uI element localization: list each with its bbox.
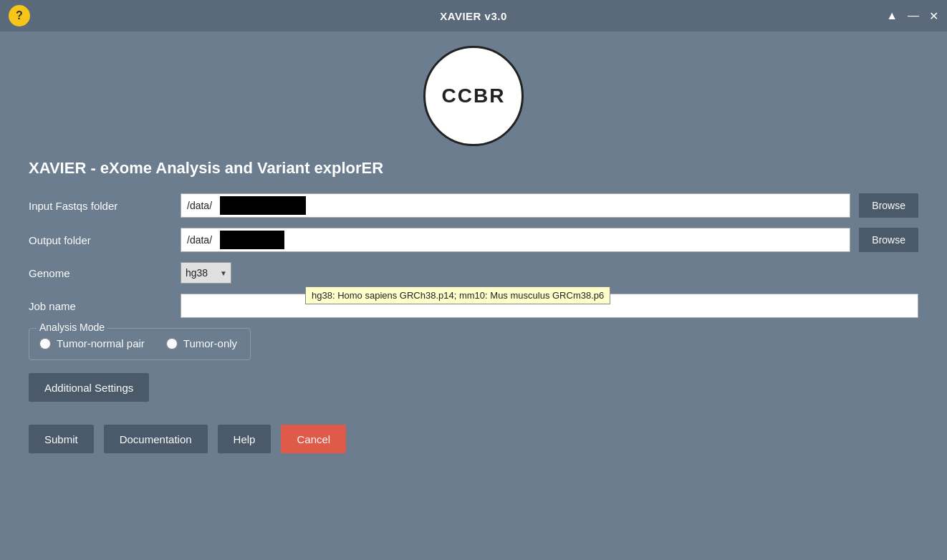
cancel-button[interactable]: Cancel — [281, 425, 346, 453]
close-icon[interactable]: ✕ — [929, 9, 938, 23]
window-title: XAVIER v3.0 — [440, 10, 507, 22]
additional-settings-button[interactable]: Additional Settings — [29, 373, 149, 402]
ccbr-logo: CCBR — [423, 46, 524, 146]
output-folder-field-wrapper — [181, 228, 850, 252]
job-name-input[interactable] — [181, 294, 918, 318]
genome-select[interactable]: hg38 mm10 — [181, 262, 231, 284]
minimize-icon[interactable]: — — [908, 9, 919, 22]
ccbr-logo-text: CCBR — [442, 85, 506, 107]
help-button[interactable]: Help — [218, 425, 271, 453]
form-container: Input Fastqs folder Browse Output folder… — [29, 193, 918, 453]
output-folder-browse-button[interactable]: Browse — [859, 228, 918, 252]
submit-button[interactable]: Submit — [29, 425, 94, 453]
radio-tumor-only-input[interactable] — [166, 338, 178, 349]
output-folder-row: Output folder Browse — [29, 228, 918, 252]
analysis-mode-group: Analysis Mode Tumor-normal pair Tumor-on… — [29, 328, 251, 360]
maximize-icon[interactable]: ▲ — [886, 9, 898, 22]
radio-tumor-normal-input[interactable] — [39, 338, 51, 349]
documentation-button[interactable]: Documentation — [104, 425, 208, 453]
action-buttons-row: Submit Documentation Help Cancel — [29, 425, 918, 453]
input-fastqs-input[interactable] — [181, 193, 850, 218]
analysis-mode-row: Analysis Mode Tumor-normal pair Tumor-on… — [29, 328, 918, 360]
input-fastqs-label: Input Fastqs folder — [29, 200, 172, 212]
app-title: XAVIER - eXome Analysis and Variant expl… — [29, 159, 383, 178]
titlebar: ? XAVIER v3.0 ▲ — ✕ — [0, 0, 947, 32]
input-fastqs-browse-button[interactable]: Browse — [859, 193, 918, 218]
main-window: ? XAVIER v3.0 ▲ — ✕ CCBR XAVIER - eXome … — [0, 0, 947, 560]
main-content: CCBR XAVIER - eXome Analysis and Variant… — [0, 32, 947, 560]
window-controls: ▲ — ✕ — [886, 9, 938, 23]
additional-settings-row: Additional Settings — [29, 370, 918, 409]
logo-container: CCBR — [423, 46, 524, 146]
input-fastqs-row: Input Fastqs folder Browse — [29, 193, 918, 218]
app-logo-icon: ? — [9, 5, 30, 26]
radio-tumor-only-option[interactable]: Tumor-only — [166, 337, 237, 349]
output-folder-input[interactable] — [181, 228, 850, 252]
output-folder-label: Output folder — [29, 234, 172, 246]
genome-label: Genome — [29, 267, 172, 279]
radio-tumor-normal-label: Tumor-normal pair — [57, 337, 145, 349]
radio-tumor-only-label: Tumor-only — [183, 337, 237, 349]
input-fastqs-field-wrapper — [181, 193, 850, 218]
job-name-row: Job name — [29, 294, 918, 318]
genome-row: Genome hg38 mm10 ▼ hg38: Homo sapiens GR… — [29, 262, 918, 284]
radio-row: Tumor-normal pair Tumor-only — [39, 337, 237, 349]
genome-select-wrapper: hg38 mm10 ▼ — [181, 262, 231, 284]
analysis-mode-legend: Analysis Mode — [37, 322, 107, 333]
job-name-label: Job name — [29, 300, 172, 312]
radio-tumor-normal-option[interactable]: Tumor-normal pair — [39, 337, 145, 349]
